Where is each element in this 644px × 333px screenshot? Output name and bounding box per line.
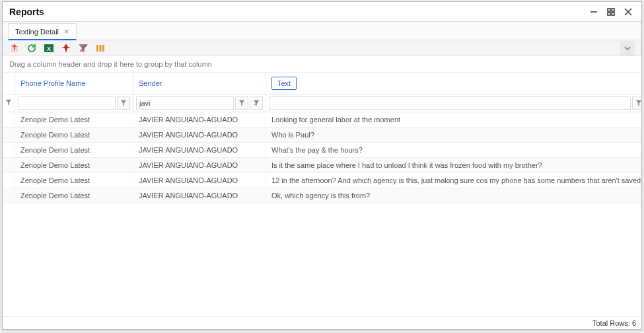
footer: Total Rows: 6 (3, 316, 641, 329)
excel-icon[interactable]: X (44, 43, 54, 54)
svg-rect-2 (612, 9, 614, 11)
row-lead (3, 112, 15, 128)
tab-label: Texting Detail (15, 28, 59, 36)
refresh-icon[interactable] (26, 43, 37, 54)
pdf-icon[interactable] (61, 43, 71, 54)
funnel-icon (120, 100, 127, 106)
filter-phone-profile-input[interactable] (18, 96, 116, 110)
row-lead (3, 143, 15, 158)
close-button[interactable] (622, 5, 635, 18)
window-title: Reports (9, 7, 583, 17)
cell: Zenople Demo Latest (15, 112, 133, 128)
cell: JAVIER ANGUIANO-AGUADO (133, 158, 266, 173)
header-phone-profile[interactable]: Phone Profile Name (15, 73, 133, 94)
cell: Who is Paul? (266, 128, 642, 143)
svg-rect-10 (96, 45, 98, 52)
filter-sender-input[interactable] (136, 96, 234, 110)
filter-text-input[interactable] (269, 96, 631, 110)
toolbar: X (3, 40, 641, 56)
tabbar: Texting Detail × (3, 22, 641, 40)
table-row[interactable]: Zenople Demo LatestJAVIER ANGUIANO-AGUAD… (3, 128, 641, 143)
svg-rect-11 (100, 45, 102, 52)
cell: JAVIER ANGUIANO-AGUADO (133, 128, 266, 143)
cell: 12 in the afternoon? And which agency is… (266, 173, 642, 188)
row-lead (3, 128, 15, 143)
table-row[interactable]: Zenople Demo LatestJAVIER ANGUIANO-AGUAD… (3, 112, 641, 128)
filter-text-button[interactable] (632, 96, 641, 110)
cell: JAVIER ANGUIANO-AGUADO (133, 173, 266, 188)
svg-rect-1 (608, 9, 610, 11)
cell: JAVIER ANGUIANO-AGUADO (133, 112, 266, 128)
cell: Zenople Demo Latest (15, 143, 133, 158)
group-hint[interactable]: Drag a column header and drop it here to… (3, 56, 641, 73)
table-row[interactable]: Zenople Demo LatestJAVIER ANGUIANO-AGUAD… (3, 158, 641, 173)
table-row[interactable]: Zenople Demo LatestJAVIER ANGUIANO-AGUAD… (3, 173, 641, 188)
toolbar-collapse-icon[interactable] (620, 41, 635, 56)
titlebar: Reports (3, 2, 641, 22)
header-lead (3, 73, 15, 94)
cell: Zenople Demo Latest (15, 128, 133, 143)
cell: Ok, which agency is this from? (266, 188, 642, 204)
clear-filter-icon[interactable] (78, 43, 89, 54)
cell: Looking for general labor at the moment (266, 112, 642, 128)
cell: Zenople Demo Latest (15, 188, 133, 204)
filter-sender-clear-button[interactable] (250, 96, 263, 110)
funnel-icon (635, 100, 641, 106)
funnel-icon (238, 100, 245, 106)
row-lead (3, 173, 15, 188)
filter-sender-button[interactable] (235, 96, 248, 110)
table-row[interactable]: Zenople Demo LatestJAVIER ANGUIANO-AGUAD… (3, 143, 641, 158)
maximize-button[interactable] (604, 5, 618, 18)
table-row[interactable]: Zenople Demo LatestJAVIER ANGUIANO-AGUAD… (3, 188, 641, 204)
total-rows-value: 6 (632, 319, 636, 327)
cell: Zenople Demo Latest (15, 158, 133, 173)
svg-rect-12 (102, 45, 104, 52)
total-rows-label: Total Rows: (592, 319, 630, 327)
data-table: Phone Profile Name Sender Text Charge Co… (3, 73, 641, 204)
minimize-button[interactable] (587, 5, 600, 18)
tab-close-icon[interactable]: × (64, 27, 69, 36)
grid: Phone Profile Name Sender Text Charge Co… (3, 73, 641, 329)
cell: JAVIER ANGUIANO-AGUADO (133, 143, 266, 158)
grid-scroll[interactable]: Phone Profile Name Sender Text Charge Co… (3, 73, 641, 316)
filter-sender (133, 94, 266, 112)
columns-icon[interactable] (95, 43, 106, 54)
filter-icon (5, 99, 12, 106)
svg-rect-3 (608, 13, 610, 15)
filter-row (3, 94, 641, 112)
tab-texting-detail[interactable]: Texting Detail × (8, 23, 77, 40)
svg-rect-4 (612, 13, 614, 15)
row-lead (3, 188, 15, 204)
reports-window: Reports Texting Detail × X (2, 1, 642, 330)
header-row: Phone Profile Name Sender Text Charge Co… (3, 73, 641, 94)
table-body: Zenople Demo LatestJAVIER ANGUIANO-AGUAD… (3, 112, 641, 204)
row-lead (3, 158, 15, 173)
cell: JAVIER ANGUIANO-AGUADO (133, 188, 266, 204)
filter-text (266, 94, 642, 112)
header-sender[interactable]: Sender (133, 73, 266, 94)
filter-phone-profile (15, 94, 133, 112)
cell: Is it the same place where I had to unlo… (266, 158, 642, 173)
filter-lead[interactable] (3, 94, 15, 112)
cell: Zenople Demo Latest (15, 173, 133, 188)
cell: What's the pay & the hours? (266, 143, 642, 158)
svg-text:X: X (47, 46, 51, 52)
header-text[interactable]: Text (266, 73, 642, 94)
export-icon[interactable] (9, 43, 20, 54)
funnel-clear-icon (253, 100, 260, 106)
filter-phone-profile-button[interactable] (117, 96, 130, 110)
